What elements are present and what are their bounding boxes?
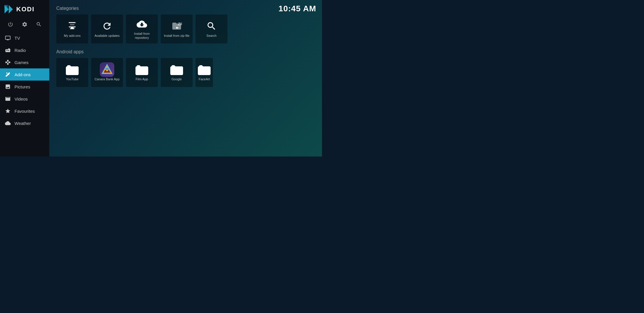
games-icon <box>5 59 11 65</box>
favourites-icon <box>5 108 11 114</box>
refresh-icon <box>102 20 112 32</box>
categories-grid: My add-ons Available updates Install fro… <box>56 14 315 43</box>
radio-icon <box>5 47 11 53</box>
tv-icon <box>5 35 11 41</box>
logo-area: KODI <box>0 0 49 19</box>
android-apps-grid: YouTube Canara <box>56 58 315 87</box>
svg-rect-3 <box>70 24 75 25</box>
category-install-zip[interactable]: ZIP Install from zip file <box>161 14 193 43</box>
categories-title: Categories <box>56 6 315 11</box>
categories-section: Categories My add-ons Available updates <box>56 6 315 49</box>
category-available-updates[interactable]: Available updates <box>91 14 123 43</box>
svg-marker-1 <box>9 5 13 14</box>
category-my-addons[interactable]: My add-ons <box>56 14 88 43</box>
sidebar-label-addons: Add-ons <box>15 72 31 77</box>
sidebar-item-tv[interactable]: TV <box>0 32 49 44</box>
category-search-label: Search <box>207 34 217 38</box>
sidebar-label-weather: Weather <box>15 121 31 126</box>
top-icons-bar <box>0 19 49 32</box>
app-faceart[interactable]: FaceArt <box>196 58 213 87</box>
cloud-download-icon <box>137 18 147 30</box>
category-search[interactable]: Search <box>196 14 227 43</box>
sidebar-item-games[interactable]: Games <box>0 56 49 68</box>
category-updates-label: Available updates <box>95 34 120 38</box>
android-apps-section: Android apps YouTube <box>56 49 315 93</box>
sidebar-label-videos: Videos <box>15 97 28 101</box>
pictures-icon <box>5 83 11 90</box>
monitor-icon <box>67 20 77 32</box>
settings-icon[interactable] <box>21 20 29 28</box>
sidebar-label-radio: Radio <box>15 48 26 53</box>
search-icon[interactable] <box>35 20 43 28</box>
sidebar-item-weather[interactable]: Weather <box>0 117 49 129</box>
sidebar-item-favourites[interactable]: Favourites <box>0 105 49 117</box>
category-install-repository[interactable]: Install fromrepository <box>126 14 158 43</box>
sidebar-label-pictures: Pictures <box>15 84 30 89</box>
nav-menu: TV Radio Games Add-ons P <box>0 32 49 156</box>
main-content: 10:45 AM Categories My add-ons Available… <box>49 0 322 156</box>
addons-icon <box>5 71 11 78</box>
svg-rect-2 <box>5 5 8 8</box>
sidebar-item-videos[interactable]: Videos <box>0 93 49 105</box>
android-apps-title: Android apps <box>56 49 315 54</box>
app-google-label: Google <box>171 77 182 81</box>
zip-download-icon: ZIP <box>171 20 182 32</box>
youtube-folder-icon <box>66 64 79 75</box>
app-film-label: Film App <box>136 77 148 81</box>
svg-text:ZIP: ZIP <box>178 22 182 26</box>
power-icon[interactable] <box>6 20 15 28</box>
app-faceart-label: FaceArt <box>199 77 210 81</box>
category-repository-label: Install fromrepository <box>134 32 150 40</box>
sidebar-label-games: Games <box>15 60 28 65</box>
app-film[interactable]: Film App <box>126 58 158 87</box>
canara-bank-icon <box>100 64 114 75</box>
search-large-icon <box>206 20 217 32</box>
sidebar: KODI TV <box>0 0 49 156</box>
faceart-folder-icon <box>198 64 211 75</box>
app-youtube-label: YouTube <box>66 77 78 81</box>
category-my-addons-label: My add-ons <box>64 34 80 38</box>
app-youtube[interactable]: YouTube <box>56 58 88 87</box>
app-canara-label: Canara Bank App <box>95 77 120 81</box>
kodi-logo-icon <box>3 4 14 14</box>
app-canara-bank[interactable]: Canara Bank App <box>91 58 123 87</box>
time-display: 10:45 AM <box>278 4 316 13</box>
sidebar-item-addons[interactable]: Add-ons <box>0 68 49 81</box>
film-folder-icon <box>135 64 148 75</box>
weather-icon <box>5 120 11 126</box>
category-zip-label: Install from zip file <box>164 34 189 38</box>
videos-icon <box>5 96 11 102</box>
svg-marker-7 <box>105 69 109 72</box>
google-folder-icon <box>170 64 183 75</box>
app-name: KODI <box>16 6 35 13</box>
sidebar-label-tv: TV <box>15 36 20 41</box>
sidebar-label-favourites: Favourites <box>15 109 35 114</box>
sidebar-item-pictures[interactable]: Pictures <box>0 81 49 93</box>
app-google[interactable]: Google <box>161 58 193 87</box>
sidebar-item-radio[interactable]: Radio <box>0 44 49 56</box>
